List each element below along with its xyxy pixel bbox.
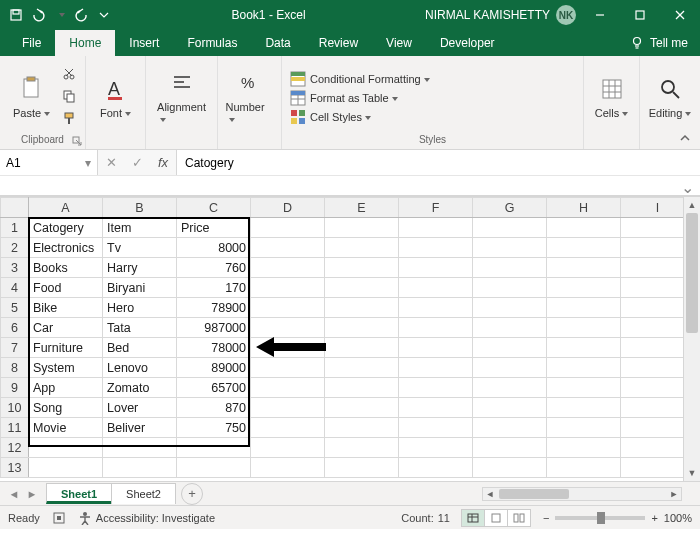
paste-button[interactable]: Paste: [8, 73, 56, 119]
cell[interactable]: Price: [177, 218, 251, 238]
cell[interactable]: 89000: [177, 358, 251, 378]
row-header[interactable]: 2: [1, 238, 29, 258]
cell[interactable]: 170: [177, 278, 251, 298]
scroll-down-icon[interactable]: ▼: [684, 465, 700, 481]
cell[interactable]: [325, 318, 399, 338]
cell[interactable]: [251, 238, 325, 258]
vertical-scrollbar[interactable]: ▲ ▼: [683, 197, 700, 481]
cell[interactable]: [325, 258, 399, 278]
cell[interactable]: [399, 238, 473, 258]
fx-icon[interactable]: fx: [150, 150, 176, 176]
cell[interactable]: [251, 318, 325, 338]
cell[interactable]: Item: [103, 218, 177, 238]
cell[interactable]: Movie: [29, 418, 103, 438]
cell[interactable]: Song: [29, 398, 103, 418]
cell[interactable]: [399, 298, 473, 318]
tab-view[interactable]: View: [372, 30, 426, 56]
cell[interactable]: [473, 338, 547, 358]
cell[interactable]: [325, 438, 399, 458]
cell[interactable]: 78000: [177, 338, 251, 358]
cell[interactable]: [251, 438, 325, 458]
cell[interactable]: [29, 438, 103, 458]
cell[interactable]: [473, 278, 547, 298]
cell[interactable]: Furniture: [29, 338, 103, 358]
cell[interactable]: [547, 378, 621, 398]
cell[interactable]: [547, 278, 621, 298]
row-header[interactable]: 4: [1, 278, 29, 298]
cell[interactable]: [547, 418, 621, 438]
cell[interactable]: Beliver: [103, 418, 177, 438]
cell[interactable]: [399, 458, 473, 478]
cell[interactable]: Bed: [103, 338, 177, 358]
maximize-button[interactable]: [620, 0, 660, 30]
cell[interactable]: [473, 298, 547, 318]
expand-formula-icon[interactable]: ⌄: [681, 178, 694, 197]
cell[interactable]: [547, 398, 621, 418]
cell[interactable]: [251, 278, 325, 298]
cell[interactable]: [547, 298, 621, 318]
page-layout-view-button[interactable]: [484, 509, 508, 527]
cell[interactable]: Bike: [29, 298, 103, 318]
cell[interactable]: App: [29, 378, 103, 398]
cell[interactable]: [547, 258, 621, 278]
cell[interactable]: [251, 418, 325, 438]
cell[interactable]: 8000: [177, 238, 251, 258]
close-button[interactable]: [660, 0, 700, 30]
tab-formulas[interactable]: Formulas: [173, 30, 251, 56]
cell[interactable]: 65700: [177, 378, 251, 398]
col-header[interactable]: C: [177, 198, 251, 218]
cell[interactable]: [399, 258, 473, 278]
cell[interactable]: [177, 458, 251, 478]
row-header[interactable]: 7: [1, 338, 29, 358]
cell[interactable]: [325, 218, 399, 238]
alignment-button[interactable]: Alignment: [158, 67, 206, 125]
cell[interactable]: [251, 218, 325, 238]
autosave-icon[interactable]: [8, 7, 24, 23]
cell[interactable]: [473, 378, 547, 398]
cell[interactable]: [325, 338, 399, 358]
cells-button[interactable]: Cells: [588, 73, 636, 119]
undo-dropdown[interactable]: [52, 7, 68, 23]
tab-data[interactable]: Data: [251, 30, 304, 56]
cell[interactable]: [399, 278, 473, 298]
zoom-slider-knob[interactable]: [597, 512, 605, 524]
row-header[interactable]: 6: [1, 318, 29, 338]
tab-developer[interactable]: Developer: [426, 30, 509, 56]
conditional-formatting-button[interactable]: Conditional Formatting: [290, 71, 430, 87]
cell[interactable]: [547, 438, 621, 458]
cell[interactable]: [251, 358, 325, 378]
cut-icon[interactable]: [60, 65, 78, 83]
format-as-table-button[interactable]: Format as Table: [290, 90, 430, 106]
minimize-button[interactable]: [580, 0, 620, 30]
sheet-tab-sheet2[interactable]: Sheet2: [111, 483, 176, 504]
cell[interactable]: [547, 318, 621, 338]
accessibility-status[interactable]: Accessibility: Investigate: [78, 511, 215, 525]
redo-icon[interactable]: [74, 7, 90, 23]
cell[interactable]: 78900: [177, 298, 251, 318]
cell[interactable]: [325, 358, 399, 378]
cell[interactable]: [399, 398, 473, 418]
clipboard-launcher-icon[interactable]: [72, 136, 82, 146]
cell[interactable]: System: [29, 358, 103, 378]
col-header[interactable]: E: [325, 198, 399, 218]
format-painter-icon[interactable]: [60, 109, 78, 127]
number-button[interactable]: % Number: [226, 67, 274, 125]
row-header[interactable]: 13: [1, 458, 29, 478]
cell[interactable]: [473, 458, 547, 478]
zoom-out-button[interactable]: −: [543, 512, 549, 524]
row-header[interactable]: 10: [1, 398, 29, 418]
cell[interactable]: [473, 238, 547, 258]
cell[interactable]: [473, 358, 547, 378]
macro-record-icon[interactable]: [52, 511, 66, 525]
tell-me[interactable]: Tell me: [618, 30, 700, 56]
cell[interactable]: [547, 458, 621, 478]
cell[interactable]: [325, 378, 399, 398]
row-header[interactable]: 1: [1, 218, 29, 238]
collapse-ribbon-icon[interactable]: [678, 131, 692, 145]
name-box[interactable]: A1 ▾: [0, 150, 98, 175]
hscroll-thumb[interactable]: [499, 489, 569, 499]
row-header[interactable]: 3: [1, 258, 29, 278]
user-avatar[interactable]: NK: [556, 5, 576, 25]
cell[interactable]: Tv: [103, 238, 177, 258]
copy-icon[interactable]: [60, 87, 78, 105]
